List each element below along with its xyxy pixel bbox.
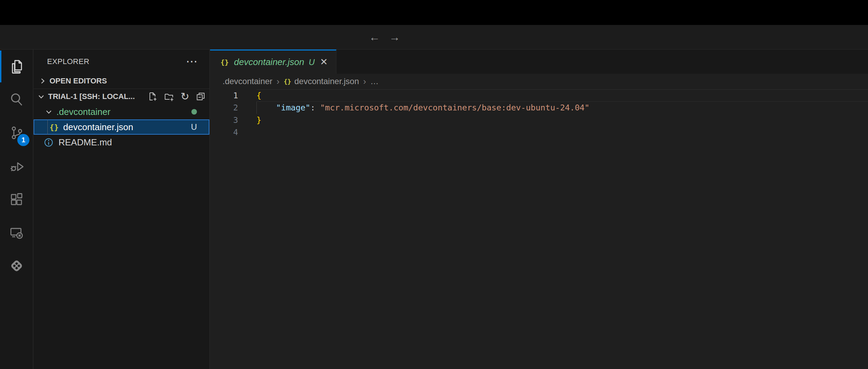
new-folder-button[interactable] <box>164 92 174 101</box>
code-token-string: "mcr.microsoft.com/devcontainers/base:de… <box>320 103 589 112</box>
top-black-strip <box>0 0 868 25</box>
code-line-1[interactable]: 1 { <box>210 89 868 102</box>
extensions-icon <box>9 192 24 207</box>
line-number: 4 <box>210 127 238 137</box>
activity-item-search[interactable] <box>0 83 33 116</box>
folder-label: .devcontainer <box>56 107 110 117</box>
collapse-all-button[interactable] <box>196 92 206 101</box>
breadcrumb-folder[interactable]: .devcontainer <box>223 76 272 86</box>
source-control-badge: 1 <box>17 134 29 146</box>
tree-item-devcontainer-folder[interactable]: .devcontainer <box>34 104 209 119</box>
code-token-indent <box>256 103 276 112</box>
tab-label: devcontainer.json <box>234 57 304 68</box>
tab-close-button[interactable]: ✕ <box>320 57 328 67</box>
code-token-colon: : <box>310 103 320 112</box>
code-token-bracket: { <box>256 91 261 100</box>
explorer-sidebar: EXPLORER ⋯ OPEN EDITORS TRIAL-1 [SSH: LO… <box>34 50 210 369</box>
vscode-window: ← → Trial-1 [SSH: localhost:32772] <box>0 0 868 369</box>
line-number: 1 <box>210 91 238 100</box>
tree-item-devcontainer-json[interactable]: {} devcontainer.json U <box>34 119 209 135</box>
workspace-label: TRIAL-1 [SSH: LOCAL... <box>48 92 135 101</box>
containers-dice-icon <box>9 258 25 274</box>
tab-git-badge: U <box>309 57 315 67</box>
info-icon <box>44 137 54 147</box>
remote-explorer-icon <box>9 225 24 240</box>
activity-item-run-debug[interactable] <box>0 150 33 183</box>
activity-item-containers[interactable] <box>0 249 33 282</box>
tree-item-readme-md[interactable]: README.md <box>34 135 209 150</box>
breadcrumb-file[interactable]: {} devcontainer.json <box>284 76 359 86</box>
chevron-right-icon <box>39 77 46 85</box>
code-line-2[interactable]: 2 "image": "mcr.microsoft.com/devcontain… <box>210 102 868 114</box>
activity-bar: 1 <box>0 50 33 369</box>
git-status-badge-untracked: U <box>191 119 197 135</box>
breadcrumb-file-label: devcontainer.json <box>294 76 359 86</box>
activity-item-extensions[interactable] <box>0 183 33 216</box>
sidebar-header: EXPLORER ⋯ <box>34 50 209 73</box>
forward-button[interactable]: → <box>389 32 400 43</box>
open-editors-section-header[interactable]: OPEN EDITORS <box>34 73 209 89</box>
breadcrumbs: .devcontainer › {} devcontainer.json › … <box>210 74 868 89</box>
readme-label: README.md <box>58 137 112 148</box>
code-line-3[interactable]: 3 } <box>210 114 868 126</box>
code-line-4[interactable]: 4 <box>210 126 868 139</box>
code-area: 1 { 2 "image": "mcr.microsoft.com/devcon… <box>210 89 868 138</box>
breadcrumb-separator: › <box>363 76 366 87</box>
run-debug-icon <box>9 159 24 174</box>
editor-group: {} devcontainer.json U ✕ .devcontainer ›… <box>210 50 868 369</box>
tab-strip: {} devcontainer.json U ✕ <box>210 50 868 74</box>
json-file-icon: {} <box>284 78 291 85</box>
open-editors-label: OPEN EDITORS <box>49 76 107 86</box>
json-file-icon: {} <box>220 58 229 66</box>
activity-item-explorer[interactable] <box>0 50 33 83</box>
titlebar: ← → Trial-1 [SSH: localhost:32772] <box>0 25 868 50</box>
line-number: 2 <box>210 103 238 112</box>
new-file-button[interactable] <box>148 92 157 101</box>
activity-item-remote-explorer[interactable] <box>0 216 33 249</box>
files-icon <box>9 59 24 74</box>
json-file-icon: {} <box>49 123 59 132</box>
back-button[interactable]: ← <box>369 32 380 43</box>
git-changes-dot <box>191 109 197 115</box>
refresh-button[interactable]: ↻ <box>181 91 189 102</box>
code-token-key: "image" <box>276 103 310 112</box>
sidebar-title: EXPLORER <box>47 57 89 66</box>
workspace-section-header[interactable]: TRIAL-1 [SSH: LOCAL... ↻ <box>34 89 209 104</box>
activity-item-source-control[interactable]: 1 <box>0 116 33 150</box>
breadcrumb-symbol-ellipsis[interactable]: … <box>370 76 379 86</box>
code-token-bracket: } <box>256 115 261 125</box>
chevron-down-icon <box>37 93 45 100</box>
more-actions-button[interactable]: ⋯ <box>186 58 198 64</box>
tree-indent-guide <box>47 119 48 135</box>
breadcrumb-separator: › <box>277 76 280 87</box>
tab-devcontainer-json[interactable]: {} devcontainer.json U ✕ <box>210 50 336 74</box>
selected-file-label: devcontainer.json <box>63 122 133 133</box>
chevron-down-icon <box>45 108 53 116</box>
search-icon <box>9 92 24 107</box>
line-number: 3 <box>210 115 238 125</box>
